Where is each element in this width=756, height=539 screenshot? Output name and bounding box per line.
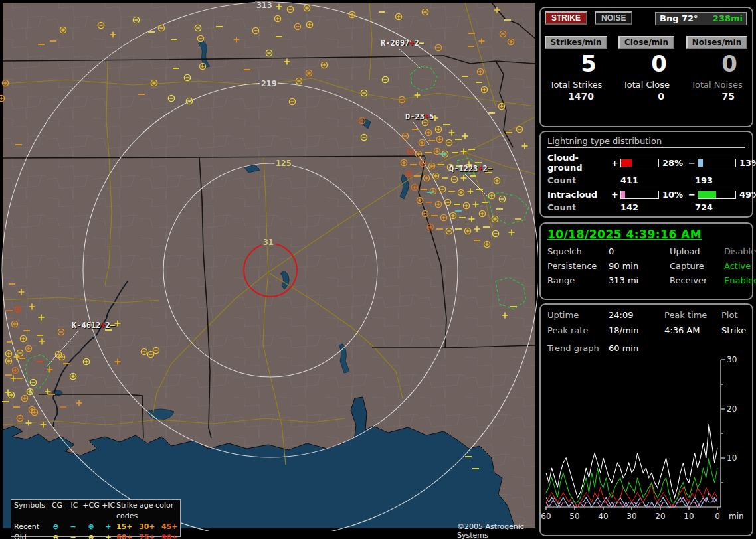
peak-rate-value: 18/min bbox=[609, 325, 664, 335]
bearing-value: Bng 72° bbox=[656, 13, 698, 23]
app-window: 31321912531 R-2097+2–D-23+5Q-1223+2–K-46… bbox=[0, 0, 756, 539]
svg-text:0: 0 bbox=[715, 512, 720, 521]
trend-graph-label: Trend graph bbox=[547, 343, 609, 353]
status-panel: 10/18/2025 4:39:16 AM Squelch0UploadDisa… bbox=[539, 222, 753, 300]
cg-plus-bar bbox=[620, 159, 659, 167]
legend-symbol: ⊕ bbox=[82, 522, 100, 532]
legend-age-code: 75+ bbox=[139, 532, 161, 539]
trend-window-value: 60 min bbox=[609, 343, 664, 353]
distribution-panel: Lightning type distribution Cloud-ground… bbox=[539, 131, 753, 218]
noises-per-min-button[interactable]: Noises/min bbox=[686, 36, 747, 49]
svg-text:40: 40 bbox=[598, 512, 608, 521]
plot-value: Strike bbox=[721, 325, 752, 335]
legend-col-header: -CG bbox=[47, 501, 64, 522]
legend-row-label: Recent bbox=[14, 522, 47, 532]
cg-plus-count: 411 bbox=[620, 175, 695, 185]
cg-minus-pct: 13% bbox=[736, 158, 756, 168]
svg-text:10: 10 bbox=[684, 512, 694, 521]
legend-age-code: 60+ bbox=[116, 532, 139, 539]
range-value: 238mi bbox=[713, 13, 746, 25]
legend-col-header: +IC bbox=[100, 501, 116, 522]
status-value: 0 bbox=[609, 246, 670, 256]
ring-label-125: 125 bbox=[274, 159, 292, 167]
ic-minus-sign: − bbox=[688, 190, 698, 200]
total-strikes-value: 1470 bbox=[541, 91, 611, 102]
ic-plus-count: 142 bbox=[620, 202, 695, 212]
total-close-label: Total Close bbox=[611, 80, 682, 90]
svg-text:30: 30 bbox=[626, 512, 636, 521]
noise-toggle-button[interactable]: NOISE bbox=[595, 11, 632, 25]
svg-text:20: 20 bbox=[727, 404, 737, 414]
legend-symbol: − bbox=[64, 522, 82, 532]
legend-row-label: Old bbox=[14, 532, 47, 539]
noises-per-min-value: 0 bbox=[682, 49, 752, 78]
ic-plus-pct: 10% bbox=[659, 190, 688, 200]
cell-label-K-4612: K-4612+2– bbox=[72, 321, 115, 330]
close-per-min-value: 0 bbox=[611, 49, 682, 78]
total-noises-label: Total Noises bbox=[682, 80, 752, 90]
uptime-label: Uptime bbox=[547, 310, 609, 320]
ic-minus-bar bbox=[698, 191, 736, 199]
svg-text:60: 60 bbox=[541, 512, 551, 521]
trend-panel: Uptime 24:09 Peak time Plot Peak rate 18… bbox=[539, 303, 753, 536]
peak-time-value: 4:36 AM bbox=[664, 325, 721, 335]
legend-symbol: ⊖ bbox=[47, 532, 64, 539]
trend-graph: 1020306050403020100min bbox=[541, 356, 749, 530]
peak-time-label: Peak time bbox=[664, 310, 721, 320]
legend-age-code: 45+ bbox=[161, 522, 184, 532]
cell-label-D-23: D-23+5 bbox=[405, 112, 434, 121]
total-close-value: 0 bbox=[611, 91, 682, 102]
status-label: Range bbox=[547, 275, 609, 285]
ring-label-31: 31 bbox=[262, 238, 275, 246]
datetime-display: 10/18/2025 4:39:16 AM bbox=[547, 228, 745, 241]
ic-minus-count: 724 bbox=[695, 202, 752, 212]
distribution-title: Lightning type distribution bbox=[547, 136, 745, 148]
legend-age-code: 15+ bbox=[116, 522, 139, 532]
legend-col-header: -IC bbox=[64, 501, 82, 522]
plot-label: Plot bbox=[721, 310, 752, 320]
ic-plus-sign: + bbox=[611, 190, 620, 200]
cg-minus-sign: − bbox=[688, 158, 698, 168]
close-per-min-button[interactable]: Close/min bbox=[618, 36, 674, 49]
status-value: Active bbox=[724, 261, 756, 271]
map-canvas[interactable]: 31321912531 R-2097+2–D-23+5Q-1223+2–K-46… bbox=[0, 0, 538, 534]
legend-header: Symbols-CG-IC+CG+ICStrike age color code… bbox=[14, 501, 177, 522]
legend-symbol: + bbox=[100, 532, 116, 539]
strikes-per-min-value: 5 bbox=[541, 49, 611, 78]
strike-toggle-button[interactable]: STRIKE bbox=[545, 11, 587, 25]
legend-symbol: ⊖ bbox=[47, 522, 64, 532]
legend-symbol: ⊕ bbox=[82, 532, 100, 539]
peak-rate-label: Peak rate bbox=[547, 325, 609, 335]
total-noises-value: 75 bbox=[682, 91, 752, 102]
status-value: Disabled bbox=[724, 246, 756, 256]
status-value: Enabled bbox=[724, 275, 756, 285]
status-label: Capture bbox=[670, 261, 724, 271]
status-label: Upload bbox=[670, 246, 724, 256]
copyright-text: ©2005 Astrogenic Systems bbox=[457, 522, 538, 539]
status-label: Persistence bbox=[547, 261, 609, 271]
cg-plus-sign: + bbox=[611, 158, 620, 168]
status-label: Receiver bbox=[670, 275, 724, 285]
uptime-value: 24:09 bbox=[609, 310, 664, 320]
legend-age-code: 90+ bbox=[161, 532, 184, 539]
legend-symbol: − bbox=[64, 532, 82, 539]
cg-count-label: Count bbox=[547, 175, 620, 185]
ic-minus-pct: 49% bbox=[736, 190, 756, 200]
intracloud-label: Intracloud bbox=[547, 190, 611, 200]
legend-age-title: Strike age color codes bbox=[116, 501, 184, 522]
ic-count-label: Count bbox=[547, 202, 620, 212]
legend-age-code: 30+ bbox=[139, 522, 161, 532]
strikes-per-min-button[interactable]: Strikes/min bbox=[545, 36, 608, 49]
map-legend: Symbols-CG-IC+CG+ICStrike age color code… bbox=[11, 499, 181, 537]
cloud-ground-label: Cloud-ground bbox=[547, 153, 611, 173]
cg-minus-count: 193 bbox=[695, 175, 752, 185]
status-value: 313 mi bbox=[609, 275, 670, 285]
ring-label-219: 219 bbox=[260, 79, 278, 88]
ic-plus-bar bbox=[620, 191, 659, 199]
cg-minus-bar bbox=[698, 159, 736, 167]
cell-label-R-2097: R-2097+2– bbox=[381, 38, 424, 48]
total-strikes-label: Total Strikes bbox=[541, 80, 611, 90]
cg-plus-pct: 28% bbox=[659, 158, 688, 168]
status-value: 90 min bbox=[609, 261, 670, 271]
legend-col-header: +CG bbox=[82, 501, 100, 522]
